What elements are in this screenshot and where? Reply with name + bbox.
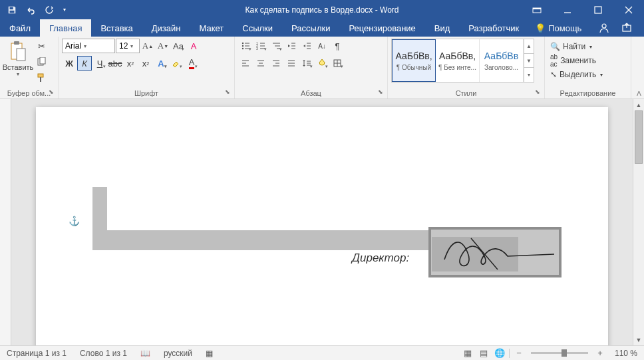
align-left-icon[interactable] [238, 56, 253, 71]
tab-mailings[interactable]: Рассылки [282, 19, 339, 37]
line-spacing-icon[interactable] [299, 56, 314, 71]
underline-icon[interactable]: Ч [92, 56, 107, 71]
zoom-slider[interactable] [531, 352, 588, 354]
strikethrough-icon[interactable]: abc [108, 56, 122, 71]
tab-home[interactable]: Главная [40, 19, 91, 37]
paste-button[interactable]: Вставить ▾ [3, 39, 33, 79]
styles-launcher-icon[interactable]: ⬊ [534, 89, 541, 96]
web-layout-icon[interactable]: 🌐 [492, 346, 508, 361]
increase-indent-icon[interactable] [299, 39, 314, 53]
qat-customize-icon[interactable]: ▾ [60, 2, 69, 18]
group-font-label: Шрифт⬊ [62, 87, 231, 98]
style-heading1[interactable]: АаБбВв Заголово... [480, 39, 524, 82]
share-icon[interactable] [621, 23, 632, 33]
align-center-icon[interactable] [253, 56, 268, 71]
find-button[interactable]: 🔍Найти▾ [548, 40, 594, 53]
gallery-up-icon[interactable]: ▲ [524, 39, 534, 54]
numbering-icon[interactable]: 123 [253, 39, 268, 53]
gallery-down-icon[interactable]: ▼ [524, 54, 534, 69]
print-layout-icon[interactable]: ▤ [476, 346, 492, 361]
tab-file[interactable]: Файл [0, 19, 40, 37]
borders-icon[interactable] [330, 56, 345, 71]
scroll-up-icon[interactable]: ▲ [633, 99, 644, 110]
svg-rect-5 [595, 7, 601, 13]
font-launcher-icon[interactable]: ⬊ [224, 89, 231, 96]
shrink-font-icon[interactable]: A▼ [156, 39, 170, 53]
superscript-icon[interactable]: x2 [138, 56, 153, 71]
undo-icon[interactable] [23, 2, 39, 18]
zoom-out-icon[interactable]: − [511, 346, 527, 361]
zoom-slider-knob[interactable] [562, 349, 567, 357]
minimize-icon[interactable] [552, 0, 583, 19]
clipboard-launcher-icon[interactable]: ⬊ [47, 89, 55, 96]
paragraph-launcher-icon[interactable]: ⬊ [377, 89, 384, 96]
justify-icon[interactable] [284, 56, 299, 71]
font-color-icon[interactable]: A [184, 56, 199, 71]
tell-me-label: Помощь [548, 23, 581, 33]
vertical-ruler[interactable] [0, 99, 11, 345]
tab-references[interactable]: Ссылки [233, 19, 282, 37]
copy-icon[interactable] [34, 55, 49, 69]
ribbon-options-icon[interactable] [522, 0, 552, 19]
multilevel-list-icon[interactable] [269, 39, 283, 53]
replace-button[interactable]: abacЗаменить [548, 54, 598, 67]
grow-font-icon[interactable]: A▲ [140, 39, 155, 53]
show-marks-icon[interactable]: ¶ [330, 39, 345, 53]
close-icon[interactable] [613, 0, 644, 19]
italic-icon[interactable]: К [77, 56, 92, 71]
bold-icon[interactable]: Ж [62, 56, 77, 71]
align-right-icon[interactable] [269, 56, 283, 71]
page-count[interactable]: Страница 1 из 1 [0, 349, 73, 358]
style-preview: АаБбВв, [395, 51, 432, 61]
account-icon[interactable] [599, 23, 609, 33]
svg-rect-1 [10, 10, 15, 13]
spellcheck-status[interactable]: 📖 [134, 349, 157, 358]
gallery-more-icon[interactable]: ▾ [524, 68, 534, 82]
cursor-icon: ⤡ [550, 70, 557, 79]
text-effects-icon[interactable]: A [154, 56, 168, 71]
change-case-icon[interactable]: Aa [171, 39, 186, 53]
select-label: Выделить [560, 70, 596, 79]
scroll-thumb[interactable] [635, 110, 643, 164]
highlight-icon[interactable] [169, 56, 184, 71]
tab-layout[interactable]: Макет [190, 19, 233, 37]
document-viewport[interactable]: ⚓ Директор: [11, 99, 633, 345]
language-status[interactable]: русский [157, 349, 199, 358]
sort-icon[interactable]: A↓ [315, 39, 329, 53]
proofing-icon: 📖 [140, 349, 150, 358]
redo-icon[interactable] [41, 2, 57, 18]
titlebar: ▾ Как сделать подпись в Ворде.docx - Wor… [0, 0, 644, 19]
bullets-icon[interactable] [238, 39, 253, 53]
select-button[interactable]: ⤡Выделить▾ [548, 68, 605, 81]
tab-design[interactable]: Дизайн [142, 19, 190, 37]
shading-icon[interactable] [315, 56, 329, 71]
decrease-indent-icon[interactable] [284, 39, 299, 53]
cut-icon[interactable]: ✂ [34, 39, 49, 53]
page[interactable]: ⚓ Директор: [36, 107, 608, 345]
save-icon[interactable] [4, 2, 20, 18]
svg-rect-14 [40, 57, 45, 64]
format-painter-icon[interactable] [34, 71, 49, 85]
read-mode-icon[interactable]: ▦ [460, 346, 476, 361]
scroll-down-icon[interactable]: ▼ [633, 334, 644, 345]
tab-view[interactable]: Вид [425, 19, 460, 37]
subscript-icon[interactable]: x2 [123, 56, 138, 71]
style-normal[interactable]: АаБбВв, ¶ Обычный [392, 39, 436, 82]
ribbon: Вставить ▾ ✂ Буфер обм...⬊ Arial▾ 12▾ A▲… [0, 37, 644, 99]
tab-review[interactable]: Рецензирование [339, 19, 424, 37]
clear-formatting-icon[interactable]: A [186, 39, 201, 53]
zoom-level[interactable]: 110 % [608, 349, 644, 358]
tell-me-search[interactable]: 💡 Помощь [528, 19, 588, 37]
font-size-combo[interactable]: 12▾ [116, 39, 140, 53]
style-no-spacing[interactable]: АаБбВв, ¶ Без инте... [436, 39, 480, 82]
maximize-icon[interactable] [583, 0, 613, 19]
font-name-combo[interactable]: Arial▾ [62, 39, 115, 53]
tab-insert[interactable]: Вставка [91, 19, 142, 37]
collapse-ribbon-icon[interactable]: ᐱ [637, 90, 641, 97]
macro-status[interactable]: ▦ [199, 349, 220, 358]
word-count[interactable]: Слово 1 из 1 [73, 349, 134, 358]
vertical-scrollbar[interactable]: ▲ ▼ [633, 99, 644, 345]
tab-developer[interactable]: Разработчик [459, 19, 528, 37]
quick-access-toolbar: ▾ [0, 2, 73, 18]
zoom-in-icon[interactable]: + [592, 346, 608, 361]
